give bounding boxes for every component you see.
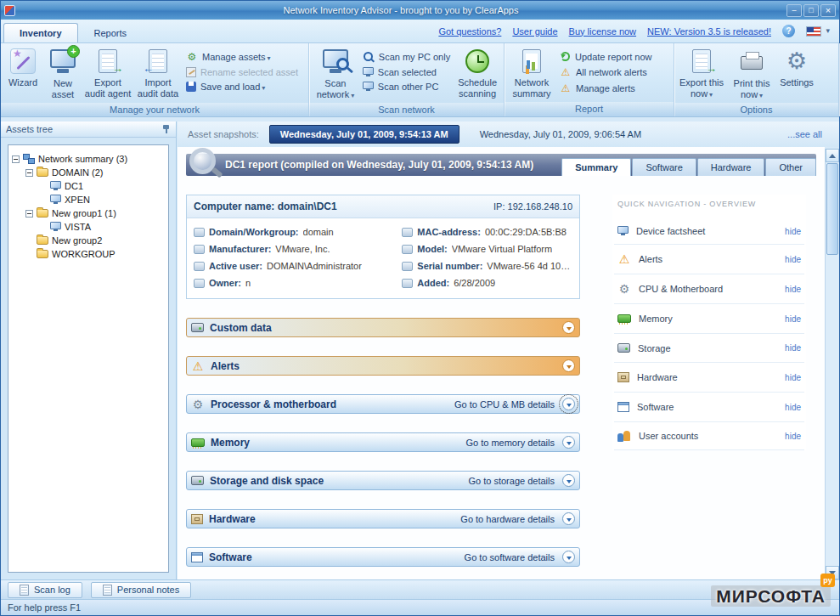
collapse-chevron-icon[interactable] <box>562 436 575 449</box>
link-got-questions[interactable]: Got questions? <box>438 26 501 37</box>
print-this-now-button[interactable]: Print this now <box>727 46 776 103</box>
import-audit-data-button[interactable]: Import audit data <box>133 46 183 103</box>
help-icon[interactable] <box>782 25 795 37</box>
vertical-scrollbar[interactable] <box>825 149 839 579</box>
hide-link[interactable]: hide <box>785 432 801 441</box>
manage-assets-button[interactable]: Manage assets <box>186 51 298 63</box>
section-processor-motherboard[interactable]: Processor & motherboard Go to CPU & MB d… <box>186 394 580 414</box>
go-to-cpu-details-link[interactable]: Go to CPU & MB details <box>454 399 555 410</box>
link-new-version[interactable]: NEW: Version 3.5 is released! <box>647 26 771 37</box>
snapshot-button-selected[interactable]: Wednesday, July 01, 2009, 9:54:13 AM <box>269 125 459 144</box>
scan-log-tab[interactable]: Scan log <box>8 582 82 598</box>
network-summary-button[interactable]: Network summary <box>507 46 556 102</box>
export-audit-agent-button[interactable]: Export audit agent <box>83 46 132 103</box>
qnav-item-user-accounts[interactable]: User accounts hide <box>614 422 804 450</box>
qnav-item-storage[interactable]: Storage hide <box>614 334 804 363</box>
personal-notes-tab[interactable]: Personal notes <box>91 582 191 598</box>
minimize-button[interactable] <box>786 4 802 17</box>
section-hardware[interactable]: Hardware Go to hardware details <box>186 509 580 528</box>
scan-network-button[interactable]: Scan network <box>312 46 359 103</box>
go-to-memory-details-link[interactable]: Go to memory details <box>465 438 555 448</box>
scan-my-pc-button[interactable]: Scan my PC only <box>363 51 450 63</box>
report-magnifier-icon <box>188 147 222 180</box>
qnav-item-device-factsheet[interactable]: Device factsheet hide <box>614 218 804 245</box>
rename-asset-button[interactable]: Rename selected asset <box>186 67 298 77</box>
scrollbar-thumb[interactable] <box>826 163 838 255</box>
save-and-load-button[interactable]: Save and load <box>186 82 298 92</box>
hide-link[interactable]: hide <box>785 227 801 236</box>
scan-log-icon <box>20 585 29 596</box>
report-content: DC1 report (compiled on Wednesday, July … <box>178 147 825 579</box>
hide-link[interactable]: hide <box>785 255 801 264</box>
hide-link[interactable]: hide <box>785 343 801 353</box>
section-memory[interactable]: Memory Go to memory details <box>186 432 580 452</box>
section-alerts[interactable]: Alerts <box>186 356 580 376</box>
see-all-link[interactable]: ...see all <box>787 129 829 139</box>
link-buy-license[interactable]: Buy license now <box>569 26 637 37</box>
new-asset-button[interactable]: New asset <box>43 46 82 103</box>
qnav-item-hardware[interactable]: Hardware hide <box>614 363 804 393</box>
go-to-software-details-link[interactable]: Go to software details <box>465 552 555 562</box>
export-this-now-label: Export this now <box>678 77 725 99</box>
tree-item-new-group2[interactable]: New group2 <box>12 234 165 247</box>
tree-item-dc1[interactable]: DC1 <box>12 179 165 193</box>
link-user-guide[interactable]: User guide <box>512 26 557 37</box>
language-flag-icon[interactable] <box>806 26 821 37</box>
manage-alerts-button[interactable]: Manage alerts <box>560 82 652 94</box>
ribbon-group-options: Export this now Print this now Settings … <box>674 43 839 116</box>
tab-other[interactable]: Other <box>765 158 816 176</box>
tree-item-new-group1[interactable]: New group1 (1) <box>12 206 165 220</box>
scroll-up-button[interactable] <box>826 149 839 162</box>
collapse-chevron-icon[interactable] <box>562 359 575 372</box>
tree-item-network-summary[interactable]: Network summary (3) <box>12 152 165 166</box>
tree-item-domain[interactable]: DOMAIN (2) <box>12 166 165 179</box>
settings-button[interactable]: Settings <box>777 46 816 103</box>
section-custom-data[interactable]: Custom data <box>186 318 580 337</box>
hide-link[interactable]: hide <box>785 403 801 412</box>
pin-icon[interactable] <box>162 124 171 134</box>
qnav-item-memory[interactable]: Memory hide <box>614 304 804 334</box>
update-report-button[interactable]: Update report now <box>560 51 652 62</box>
tree-item-workgroup[interactable]: WORKGROUP <box>12 247 165 261</box>
export-this-now-button[interactable]: Export this now <box>677 46 726 103</box>
all-network-alerts-button[interactable]: All network alerts <box>560 66 652 78</box>
qnav-item-software[interactable]: Software hide <box>614 393 804 422</box>
collapse-chevron-icon[interactable] <box>562 398 575 410</box>
new-asset-label: New asset <box>44 78 82 100</box>
qnav-item-alerts[interactable]: Alerts hide <box>614 245 804 274</box>
hide-link[interactable]: hide <box>785 285 801 294</box>
qnav-item-cpu-motherboard[interactable]: CPU & Motherboard hide <box>614 274 804 304</box>
go-to-hardware-details-link[interactable]: Go to hardware details <box>460 514 555 524</box>
hide-link[interactable]: hide <box>785 314 801 324</box>
maximize-button[interactable] <box>803 4 819 17</box>
tree-item-xpen[interactable]: XPEN <box>12 193 165 206</box>
collapse-expander-icon[interactable] <box>25 169 33 177</box>
section-storage[interactable]: Storage and disk space Go to storage det… <box>186 471 580 490</box>
collapse-chevron-icon[interactable] <box>562 474 575 487</box>
tab-reports[interactable]: Reports <box>78 23 144 42</box>
hide-link[interactable]: hide <box>785 373 801 382</box>
schedule-scanning-label: Schedule scanning <box>454 77 500 99</box>
tab-inventory[interactable]: Inventory <box>3 23 78 42</box>
group-label-manage: Manage your network <box>1 103 308 116</box>
collapse-expander-icon[interactable] <box>12 155 20 163</box>
scan-selected-button[interactable]: Scan selected <box>363 67 450 77</box>
wizard-button[interactable]: Wizard <box>3 46 42 103</box>
close-button[interactable] <box>820 4 836 17</box>
schedule-scanning-button[interactable]: Schedule scanning <box>454 46 501 103</box>
tab-software[interactable]: Software <box>632 158 696 176</box>
tree-item-vista[interactable]: VISTA <box>12 220 165 234</box>
tab-hardware[interactable]: Hardware <box>697 158 765 176</box>
section-software[interactable]: Software Go to software details <box>186 547 580 567</box>
collapse-expander-icon[interactable] <box>25 210 33 218</box>
scan-other-pc-label: Scan other PC <box>378 82 439 92</box>
snapshot-button-other[interactable]: Wednesday, July 01, 2009, 9:06:54 AM <box>470 126 651 143</box>
collapse-chevron-icon[interactable] <box>562 512 575 525</box>
assets-tree-title: Assets tree <box>6 124 53 134</box>
tab-summary[interactable]: Summary <box>561 158 631 176</box>
collapse-chevron-icon[interactable] <box>562 551 575 563</box>
collapse-chevron-icon[interactable] <box>562 321 575 334</box>
go-to-storage-details-link[interactable]: Go to storage details <box>468 476 555 486</box>
alert-icon <box>560 66 572 78</box>
scan-other-pc-button[interactable]: Scan other PC <box>363 82 450 92</box>
